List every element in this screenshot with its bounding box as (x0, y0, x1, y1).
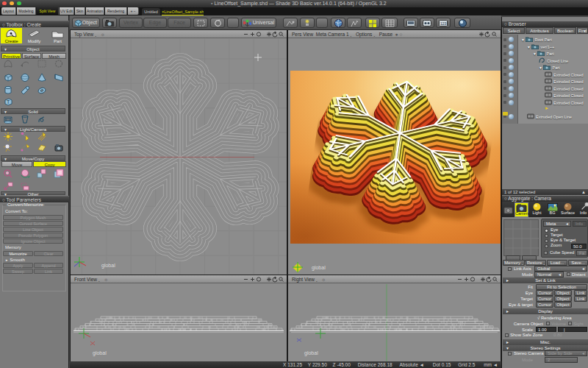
svg-text:global: global (304, 350, 318, 356)
svg-text:global: global (312, 265, 326, 271)
svg-text:T: T (7, 99, 10, 105)
svg-text:global: global (101, 263, 115, 269)
svg-text:123: 123 (440, 21, 447, 26)
svg-text:global: global (93, 350, 107, 356)
